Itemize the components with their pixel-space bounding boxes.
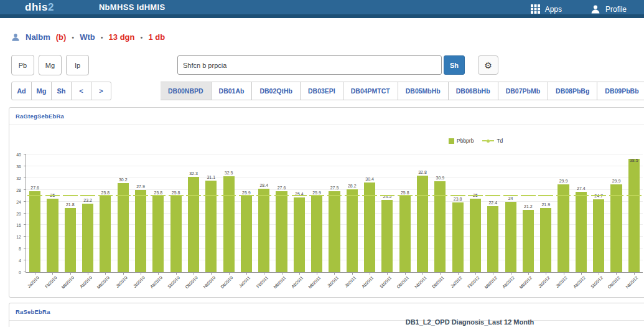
- bar-cell[interactable]: 25.9Mb2011: [308, 154, 325, 272]
- bar-cell[interactable]: 23.8Ja2012: [449, 154, 467, 272]
- y-tick-label: 12: [16, 235, 21, 239]
- bar[interactable]: [593, 199, 604, 272]
- toolbar-button-mg[interactable]: Mg: [39, 55, 62, 75]
- bar-cell[interactable]: 22.4Mb2012: [484, 154, 502, 272]
- bar[interactable]: [205, 181, 217, 272]
- apps-grid-icon: [531, 4, 540, 14]
- bar-cell[interactable]: 28.4Fb2011: [255, 154, 273, 272]
- toolbar-button-pb[interactable]: Pb: [11, 55, 34, 75]
- tab-scroll-right[interactable]: >: [91, 82, 111, 100]
- bar[interactable]: [576, 192, 587, 272]
- bar[interactable]: [628, 159, 640, 272]
- bottom-panel-links[interactable]: RaSebEbRa: [16, 308, 50, 315]
- bar[interactable]: [452, 202, 464, 272]
- search-button[interactable]: Sh: [444, 55, 465, 75]
- bar-cell[interactable]: 24.7Sb2012: [590, 154, 607, 272]
- bar[interactable]: [118, 183, 129, 272]
- bar[interactable]: [381, 200, 393, 272]
- bar-cell[interactable]: 21.9Jb2012: [537, 154, 554, 272]
- bar-cell[interactable]: 30.2Jb2010: [114, 154, 132, 272]
- bar[interactable]: [610, 184, 622, 272]
- bar[interactable]: [487, 206, 498, 272]
- bar[interactable]: [241, 196, 252, 272]
- bar[interactable]: [294, 197, 305, 272]
- bar[interactable]: [258, 189, 269, 272]
- bar-cell[interactable]: 25.8Ab2010: [149, 154, 167, 272]
- tab-db03[interactable]: DB03EPI: [300, 82, 343, 100]
- tab-db04[interactable]: DB04PMTCT: [343, 82, 398, 100]
- bar-cell[interactable]: 21.2Mb2012: [520, 154, 537, 272]
- bar-cell[interactable]: 32.8Nb2011: [414, 154, 431, 272]
- x-tick-label: Mb2010: [96, 275, 110, 290]
- bar[interactable]: [329, 191, 340, 272]
- tab-scroll-left[interactable]: <: [71, 82, 91, 100]
- profile-menu[interactable]: Profile: [590, 4, 627, 14]
- bar-cell[interactable]: 30.9Db2011: [431, 154, 449, 272]
- tab-control-manage[interactable]: Mg: [31, 82, 52, 100]
- message-user-name[interactable]: Nalbm: [26, 32, 50, 42]
- bar-cell[interactable]: 25.9Ja2011: [238, 154, 255, 272]
- message-link[interactable]: Wtb: [80, 32, 95, 42]
- target-dash: [450, 195, 465, 196]
- settings-button[interactable]: ⚙: [478, 55, 498, 75]
- bar-cell[interactable]: 38.5Nb2012: [625, 154, 643, 272]
- bar[interactable]: [276, 191, 287, 272]
- bar[interactable]: [311, 196, 322, 272]
- bar-cell[interactable]: 27.4Ab2012: [572, 154, 590, 272]
- bar[interactable]: [170, 196, 182, 272]
- tab-db06[interactable]: DB06BbHb: [448, 82, 498, 100]
- x-tick-label: Jb2010: [114, 275, 128, 288]
- bar[interactable]: [399, 196, 411, 272]
- bar-cell[interactable]: 27.6Ja2010: [26, 154, 44, 272]
- bar-cell[interactable]: 24.5Sb2011: [378, 154, 396, 272]
- bar[interactable]: [540, 208, 551, 272]
- target-dash: [169, 195, 184, 196]
- tab-db02[interactable]: DB02QtHb: [251, 82, 301, 100]
- toolbar-button-ip[interactable]: Ip: [66, 55, 89, 75]
- alert-days[interactable]: 13 dgn: [109, 32, 135, 42]
- bar-cell[interactable]: 32.3Ob2010: [185, 154, 202, 272]
- bar[interactable]: [47, 199, 58, 272]
- bar-cell[interactable]: 23.2Ab2010: [79, 154, 96, 272]
- tab-db08[interactable]: DB08PbBg: [548, 82, 597, 100]
- alert-items[interactable]: 1 db: [148, 32, 165, 42]
- bar-cell[interactable]: 21.8Mb2010: [62, 154, 79, 272]
- bar-cell[interactable]: 25Fb2012: [467, 154, 484, 272]
- bar-cell[interactable]: 29.9Jb2012: [554, 154, 572, 272]
- bar-cell[interactable]: 25.4Ab2011: [291, 154, 308, 272]
- tab-db05[interactable]: DB05MbHb: [398, 82, 449, 100]
- bar[interactable]: [188, 177, 199, 272]
- bar[interactable]: [505, 202, 516, 272]
- tab-db09[interactable]: DB09PbBb: [597, 82, 644, 100]
- bar-cell[interactable]: 27.6Mb2011: [273, 154, 290, 272]
- bar-cell[interactable]: 27.5Jb2011: [325, 154, 343, 272]
- bar-cell[interactable]: 32.5Db2010: [220, 154, 237, 272]
- bar[interactable]: [347, 189, 358, 272]
- bar[interactable]: [65, 208, 76, 272]
- bar-cell[interactable]: 28.2Jb2011: [343, 154, 361, 272]
- bar[interactable]: [135, 190, 146, 272]
- tab-control-add[interactable]: Ad: [11, 82, 32, 100]
- tab-db00[interactable]: DB00NBPD: [161, 82, 212, 100]
- bar[interactable]: [152, 196, 164, 272]
- bar[interactable]: [82, 204, 93, 272]
- bar[interactable]: [417, 176, 428, 272]
- bar-cell[interactable]: 24Ab2012: [502, 154, 519, 272]
- tab-db07[interactable]: DB07PbMb: [498, 82, 548, 100]
- apps-menu[interactable]: Apps: [531, 4, 562, 14]
- chart-panel-links[interactable]: RaGtegSebEbRa: [16, 113, 64, 120]
- bar[interactable]: [523, 210, 534, 272]
- bar-cell[interactable]: 30.4Ab2011: [361, 154, 378, 272]
- bar-cell[interactable]: 25Fb2010: [44, 154, 61, 272]
- bar-cell[interactable]: 29.9Ob2012: [607, 154, 625, 272]
- search-input[interactable]: [177, 55, 442, 75]
- dhis2-logo[interactable]: dhis2: [25, 1, 54, 14]
- bar[interactable]: [558, 184, 569, 272]
- bar[interactable]: [100, 196, 111, 272]
- bar-cell[interactable]: 27.9Jb2010: [132, 154, 149, 272]
- bar[interactable]: [29, 191, 40, 272]
- tab-control-share[interactable]: Sh: [51, 82, 72, 100]
- tab-db01[interactable]: DB01Ab: [211, 82, 253, 100]
- bar-cell[interactable]: 25.8Mb2010: [96, 154, 114, 272]
- bar[interactable]: [470, 199, 481, 272]
